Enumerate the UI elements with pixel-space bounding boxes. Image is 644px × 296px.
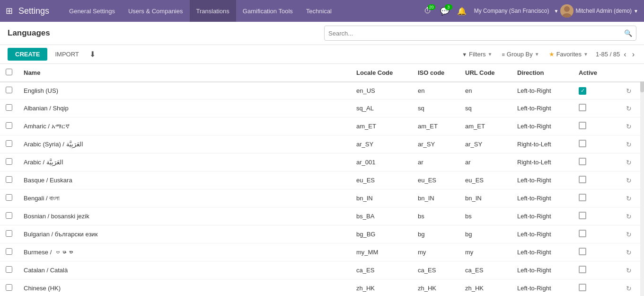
cell-locale: my_MM xyxy=(351,243,412,261)
cell-active[interactable] xyxy=(573,99,620,117)
table-row: Bosnian / bosanski jezikbs_BAbsbsLeft-to… xyxy=(0,207,644,225)
row-checkbox[interactable] xyxy=(6,87,12,93)
cell-iso: am_ET xyxy=(412,117,459,135)
cell-url: sq xyxy=(459,99,512,117)
cell-direction: Left-to-Right xyxy=(512,243,573,261)
cell-active[interactable] xyxy=(573,135,620,153)
cell-url: ar xyxy=(459,153,512,171)
svg-point-0 xyxy=(564,6,570,12)
cell-url: ar_SY xyxy=(459,135,512,153)
row-checkbox[interactable] xyxy=(6,140,12,147)
groupby-button[interactable]: ≡ Group By ▼ xyxy=(498,49,543,60)
col-active: Active xyxy=(573,64,620,82)
cell-name: Chinese (HK) xyxy=(18,279,351,296)
refresh-button[interactable]: ↻ xyxy=(626,177,632,184)
cell-active[interactable]: ✓ xyxy=(573,82,620,99)
cell-url: eu_ES xyxy=(459,171,512,189)
cell-url: en xyxy=(459,82,512,99)
table-row: Albanian / Shqipsq_ALsqsqLeft-to-Right↻ xyxy=(0,99,644,117)
refresh-button[interactable]: ↻ xyxy=(626,141,632,148)
download-button[interactable]: ⬇ xyxy=(87,48,98,61)
table-row: English (US)en_USenenLeft-to-Right✓↻ xyxy=(0,82,644,99)
cell-name: Bosnian / bosanski jezik xyxy=(18,207,351,225)
import-button[interactable]: IMPORT xyxy=(51,48,82,61)
cell-locale: eu_ES xyxy=(351,171,412,189)
cell-direction: Right-to-Left xyxy=(512,135,573,153)
row-checkbox[interactable] xyxy=(6,212,12,219)
row-checkbox[interactable] xyxy=(6,284,12,291)
cell-active[interactable] xyxy=(573,117,620,135)
cell-active[interactable] xyxy=(573,189,620,207)
cell-iso: en xyxy=(412,82,459,99)
user-name[interactable]: Mitchell Admin (demo) xyxy=(575,8,632,14)
next-page-button[interactable]: › xyxy=(630,49,636,60)
refresh-button[interactable]: ↻ xyxy=(626,195,632,202)
cell-name: Burmese / ဗမာစာ xyxy=(18,243,351,261)
table-row: Arabic / العَرَبِيَّةar_001ararRight-to-… xyxy=(0,153,644,171)
cell-direction: Left-to-Right xyxy=(512,189,573,207)
nav-general-settings[interactable]: General Settings xyxy=(62,0,122,22)
cell-active[interactable] xyxy=(573,207,620,225)
cell-direction: Left-to-Right xyxy=(512,117,573,135)
nav-technical[interactable]: Technical xyxy=(300,0,338,22)
refresh-button[interactable]: ↻ xyxy=(626,249,632,256)
cell-locale: en_US xyxy=(351,82,412,99)
refresh-button[interactable]: ↻ xyxy=(626,159,632,166)
cell-active[interactable] xyxy=(573,225,620,243)
bell-icon-btn[interactable]: 🔔 xyxy=(454,3,469,18)
refresh-button[interactable]: ↻ xyxy=(626,123,632,130)
table-row: Amharic / አማርኛam_ETam_ETam_ETLeft-to-Rig… xyxy=(0,117,644,135)
cell-url: am_ET xyxy=(459,117,512,135)
grid-icon[interactable]: ⊞ xyxy=(6,6,13,16)
row-checkbox[interactable] xyxy=(6,266,12,273)
prev-page-button[interactable]: ‹ xyxy=(622,49,628,60)
chat-icon-btn[interactable]: 💬 3 xyxy=(437,3,452,18)
company-selector[interactable]: My Company (San Francisco) xyxy=(471,8,552,14)
groupby-dropdown-icon: ▼ xyxy=(535,52,539,57)
refresh-button[interactable]: ↻ xyxy=(626,87,632,95)
refresh-button[interactable]: ↻ xyxy=(626,231,632,238)
page-title: Languages xyxy=(8,28,50,38)
cell-url: my xyxy=(459,243,512,261)
cell-active[interactable] xyxy=(573,243,620,261)
cell-locale: ar_001 xyxy=(351,153,412,171)
search-container: 🔍 xyxy=(324,26,636,41)
cell-name: Albanian / Shqip xyxy=(18,99,351,117)
refresh-button[interactable]: ↻ xyxy=(626,105,632,112)
row-checkbox[interactable] xyxy=(6,176,12,183)
filters-button[interactable]: ▼ Filters ▼ xyxy=(458,49,496,60)
cell-active[interactable] xyxy=(573,171,620,189)
col-name: Name xyxy=(18,64,351,82)
clock-badge: 20 xyxy=(428,4,435,10)
create-button[interactable]: CREATE xyxy=(8,48,47,61)
row-checkbox[interactable] xyxy=(6,194,12,201)
cell-iso: ar xyxy=(412,153,459,171)
cell-iso: ca_ES xyxy=(412,261,459,279)
table-row: Catalan / Catalàca_ESca_ESca_ESLeft-to-R… xyxy=(0,261,644,279)
refresh-button[interactable]: ↻ xyxy=(626,213,632,220)
cell-active[interactable] xyxy=(573,261,620,279)
cell-iso: eu_ES xyxy=(412,171,459,189)
select-all-checkbox[interactable] xyxy=(6,69,12,75)
nav-translations[interactable]: Translations xyxy=(190,0,236,22)
row-checkbox[interactable] xyxy=(6,122,12,129)
avatar[interactable] xyxy=(560,4,573,18)
search-input[interactable] xyxy=(328,30,624,37)
row-checkbox[interactable] xyxy=(6,104,12,111)
row-checkbox[interactable] xyxy=(6,248,12,255)
col-iso: ISO code xyxy=(412,64,459,82)
refresh-button[interactable]: ↻ xyxy=(626,267,632,274)
clock-icon-btn[interactable]: ⏱ 20 xyxy=(420,3,435,18)
cell-url: bs xyxy=(459,207,512,225)
row-checkbox[interactable] xyxy=(6,230,12,237)
table-row: Bulgarian / български езикbg_BGbgbgLeft-… xyxy=(0,225,644,243)
nav-users-companies[interactable]: Users & Companies xyxy=(122,0,190,22)
cell-active[interactable] xyxy=(573,153,620,171)
nav-gamification[interactable]: Gamification Tools xyxy=(236,0,300,22)
row-checkbox[interactable] xyxy=(6,158,12,165)
refresh-button[interactable]: ↻ xyxy=(626,285,632,292)
favorites-button[interactable]: ★ Favorites ▼ xyxy=(545,49,592,60)
cell-locale: ar_SY xyxy=(351,135,412,153)
cell-active[interactable] xyxy=(573,279,620,296)
cell-locale: bn_IN xyxy=(351,189,412,207)
